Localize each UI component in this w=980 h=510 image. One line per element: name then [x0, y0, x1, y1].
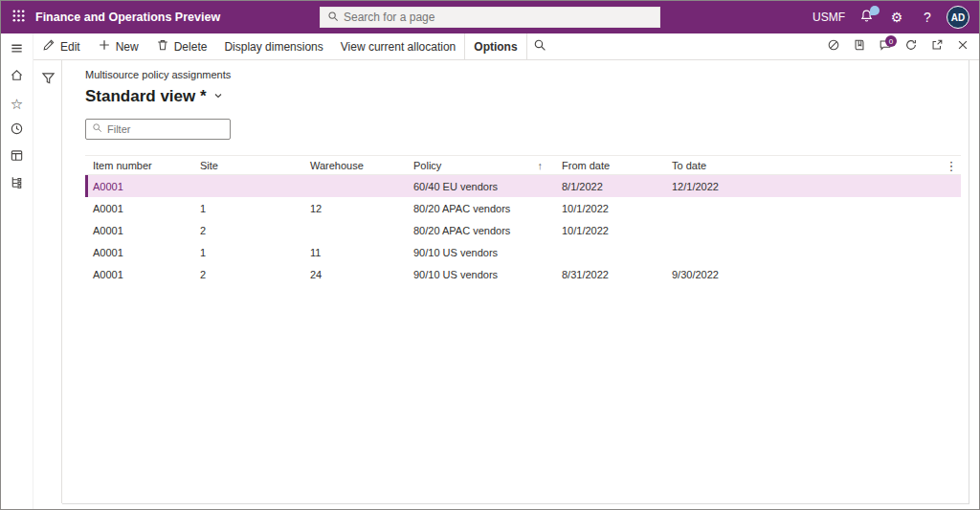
grid-row[interactable]: A0001 2 80/20 APAC vendors 10/1/2022: [85, 219, 961, 241]
nav-workspaces-button[interactable]: [3, 145, 32, 168]
open-in-new-window-button[interactable]: [924, 33, 949, 59]
grid-card: Multisource policy assignments Standard …: [62, 60, 969, 504]
block-button[interactable]: [820, 33, 846, 59]
nav-favorites-button[interactable]: ☆: [3, 92, 32, 115]
gear-icon: ⚙: [891, 11, 903, 24]
star-icon: ☆: [11, 97, 23, 111]
options-tab[interactable]: Options: [464, 33, 526, 59]
home-icon: [10, 68, 24, 85]
open-filter-pane-button[interactable]: [33, 65, 62, 94]
messages-button[interactable]: 0: [872, 33, 898, 59]
cell-policy[interactable]: 60/40 EU vendors: [406, 181, 554, 192]
messages-badge: 0: [885, 35, 897, 47]
account-button[interactable]: AD: [943, 1, 973, 33]
grid-row[interactable]: A0001 60/40 EU vendors 8/1/2022 12/1/202…: [85, 175, 961, 197]
cell-site[interactable]: 1: [192, 203, 302, 214]
column-header-from-date[interactable]: From date: [554, 160, 664, 171]
grid-header-row: Item number Site Warehouse Policy ↑ From…: [85, 155, 961, 175]
grid-row[interactable]: A0001 1 12 80/20 APAC vendors 10/1/2022: [85, 197, 961, 219]
grid-filter-box[interactable]: [85, 119, 231, 140]
cell-warehouse[interactable]: 11: [302, 247, 406, 258]
settings-button[interactable]: ⚙: [881, 1, 912, 33]
cell-item-number[interactable]: A0001: [85, 269, 192, 280]
nav-home-button[interactable]: [3, 65, 32, 88]
column-header-site[interactable]: Site: [192, 160, 302, 171]
hamburger-icon: [10, 41, 24, 58]
cell-warehouse[interactable]: 12: [302, 203, 406, 214]
question-icon: ?: [924, 11, 931, 24]
app-window: Finance and Operations Preview USMF ⚙ ?: [0, 0, 980, 510]
grid-row[interactable]: A0001 2 24 90/10 US vendors 8/31/2022 9/…: [85, 263, 961, 285]
company-picker[interactable]: USMF: [807, 1, 851, 33]
column-header-to-date[interactable]: To date: [664, 160, 961, 171]
cell-to-date[interactable]: 9/30/2022: [664, 269, 961, 280]
topbar: Finance and Operations Preview USMF ⚙ ?: [1, 1, 979, 33]
global-search-box[interactable]: [320, 7, 660, 28]
cell-item-number[interactable]: A0001: [85, 181, 192, 192]
cell-site[interactable]: 1: [192, 247, 302, 258]
display-dimensions-label: Display dimensions: [224, 40, 323, 54]
cell-item-number[interactable]: A0001: [85, 247, 192, 258]
close-icon: [956, 38, 969, 55]
cell-to-date[interactable]: 12/1/2022: [664, 181, 961, 192]
cell-policy[interactable]: 90/10 US vendors: [406, 269, 554, 280]
clock-icon: [10, 122, 24, 139]
action-search-button[interactable]: [527, 33, 553, 59]
edit-label: Edit: [60, 40, 80, 54]
cell-from-date[interactable]: 8/31/2022: [554, 269, 664, 280]
filter-pane-strip: [33, 60, 62, 503]
cell-policy[interactable]: 80/20 APAC vendors: [406, 203, 554, 214]
cell-item-number[interactable]: A0001: [85, 225, 192, 236]
edit-button[interactable]: Edit: [33, 33, 89, 59]
nav-recent-button[interactable]: [3, 119, 32, 142]
grid-filter-input[interactable]: [107, 123, 224, 135]
help-button[interactable]: ?: [912, 1, 943, 33]
new-button[interactable]: New: [89, 33, 147, 59]
delete-button[interactable]: Delete: [147, 33, 216, 59]
pencil-icon: [42, 38, 56, 55]
sort-ascending-icon: ↑: [538, 160, 544, 171]
column-header-item-number[interactable]: Item number: [85, 160, 192, 171]
close-button[interactable]: [949, 33, 975, 59]
options-label: Options: [474, 40, 517, 54]
page-content: Multisource policy assignments Standard …: [33, 60, 979, 509]
breadcrumb: Multisource policy assignments: [85, 69, 961, 80]
view-switcher[interactable]: Standard view *: [85, 87, 961, 106]
book-icon: [853, 38, 866, 55]
view-current-allocation-label: View current allocation: [341, 40, 457, 54]
refresh-icon: [904, 38, 918, 55]
delete-label: Delete: [174, 40, 208, 54]
cell-from-date[interactable]: 10/1/2022: [554, 225, 664, 236]
column-header-warehouse[interactable]: Warehouse: [302, 160, 406, 171]
cell-policy[interactable]: 90/10 US vendors: [406, 247, 554, 258]
policy-header-label: Policy: [413, 160, 441, 171]
cell-site[interactable]: 2: [192, 269, 302, 280]
topbar-right-cluster: USMF ⚙ ? AD: [807, 1, 979, 33]
block-icon: [827, 38, 840, 55]
plus-icon: [98, 38, 111, 55]
display-dimensions-button[interactable]: Display dimensions: [215, 33, 331, 59]
avatar: AD: [947, 6, 969, 29]
app-launcher-button[interactable]: [1, 1, 35, 33]
global-search-input[interactable]: [344, 11, 653, 24]
waffle-icon: [11, 9, 26, 26]
column-header-policy[interactable]: Policy ↑: [406, 160, 554, 171]
grid-options-button[interactable]: ⋮: [944, 156, 959, 176]
task-guide-button[interactable]: [846, 33, 872, 59]
refresh-button[interactable]: [898, 33, 924, 59]
cell-warehouse[interactable]: 24: [302, 269, 406, 280]
search-icon: [327, 11, 339, 25]
cell-policy[interactable]: 80/20 APAC vendors: [406, 225, 554, 236]
cell-item-number[interactable]: A0001: [85, 203, 192, 214]
new-label: New: [116, 40, 139, 54]
cell-from-date[interactable]: 10/1/2022: [554, 203, 664, 214]
notifications-button[interactable]: [851, 1, 881, 33]
expand-navigation-button[interactable]: [3, 38, 32, 61]
view-current-allocation-button[interactable]: View current allocation: [332, 33, 465, 59]
funnel-icon: [41, 71, 56, 88]
nav-modules-button[interactable]: [3, 172, 32, 195]
cell-from-date[interactable]: 8/1/2022: [554, 181, 664, 192]
cell-site[interactable]: 2: [192, 225, 302, 236]
grid-row[interactable]: A0001 1 11 90/10 US vendors: [85, 241, 961, 263]
nav-rail: ☆: [1, 33, 33, 509]
